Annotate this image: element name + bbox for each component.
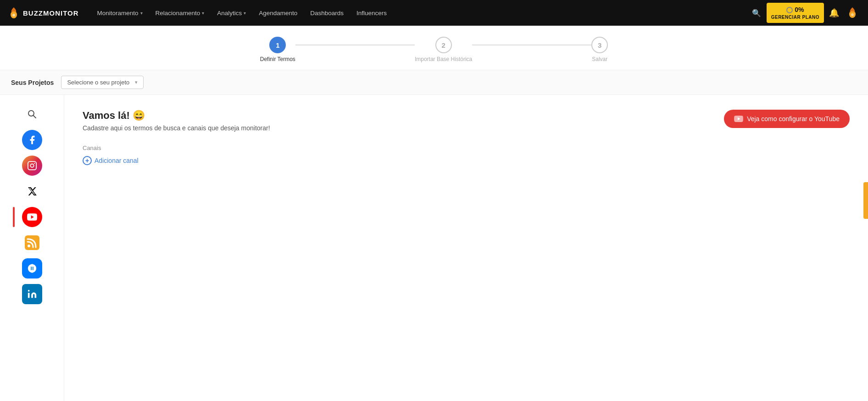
sidebar-item-appstore[interactable] [22, 258, 42, 278]
manage-plan-button[interactable]: 0% GERENCIAR PLANO [767, 3, 824, 22]
logo-icon [7, 6, 20, 19]
step-1-circle: 1 [269, 37, 286, 53]
main-layout: Vamos lá! 😄 Cadastre aqui os termos de b… [0, 95, 868, 401]
step-3: 3 Salvar [591, 37, 608, 62]
stepper-inner: 1 Definir Termos 2 Importar Base Históri… [260, 37, 608, 62]
plan-percentage: 0% [771, 6, 819, 14]
svg-rect-6 [28, 162, 36, 170]
sidebar-item-facebook[interactable] [22, 130, 42, 150]
instagram-icon [22, 156, 42, 176]
linkedin-icon [22, 284, 42, 304]
svg-point-11 [28, 245, 30, 247]
navbar-actions: 🔍 0% GERENCIAR PLANO 🔔 [748, 3, 861, 22]
active-indicator [13, 207, 15, 227]
rss-icon [22, 233, 42, 253]
step-2-circle: 2 [435, 37, 452, 53]
twitter-x-icon [22, 181, 42, 201]
chevron-down-icon: ▾ [140, 11, 143, 16]
youtube-config-label: Veja como configurar o YouTube [747, 115, 840, 123]
nav-menu: Monitoramento ▾ Relacionamento ▾ Analyti… [92, 6, 748, 20]
nav-agendamento[interactable]: Agendamento [253, 6, 303, 20]
sidebar-item-twitter[interactable] [22, 181, 42, 201]
stepper: 1 Definir Termos 2 Importar Base Históri… [0, 26, 868, 70]
project-bar-label: Seus Projetos [11, 79, 54, 86]
nav-analytics[interactable]: Analytics ▾ [211, 6, 251, 20]
nav-influencers[interactable]: Influencers [351, 6, 392, 20]
step-line-1 [295, 45, 415, 45]
facebook-icon [22, 130, 42, 150]
brand-name: BUZZMONITOR [23, 9, 79, 17]
youtube-config-button[interactable]: Veja como configurar o YouTube [724, 110, 850, 128]
svg-point-8 [33, 163, 34, 164]
chevron-down-icon: ▾ [244, 11, 246, 16]
step-2-label: Importar Base Histórica [415, 56, 472, 62]
logo[interactable]: BUZZMONITOR [7, 6, 79, 19]
step-3-circle: 3 [591, 37, 608, 53]
svg-line-5 [33, 116, 36, 118]
nav-relacionamento[interactable]: Relacionamento ▾ [150, 6, 210, 20]
chevron-down-icon: ▾ [202, 11, 204, 16]
nav-monitoramento[interactable]: Monitoramento ▾ [92, 6, 148, 20]
project-select-text: Selecione o seu projeto [67, 79, 129, 86]
sidebar-item-linkedin[interactable] [22, 284, 42, 304]
appstore-icon [22, 258, 42, 278]
sidebar [0, 95, 64, 401]
svg-point-13 [28, 290, 29, 292]
sidebar-item-instagram[interactable] [22, 156, 42, 176]
search-icon[interactable]: 🔍 [748, 5, 765, 21]
step-3-label: Salvar [592, 56, 607, 62]
sidebar-item-search[interactable] [22, 104, 42, 124]
youtube-icon [22, 207, 42, 227]
step-1: 1 Definir Termos [260, 37, 295, 62]
nav-dashboards[interactable]: Dashboards [305, 6, 349, 20]
plus-circle-icon: + [83, 156, 92, 165]
navbar: BUZZMONITOR Monitoramento ▾ Relacionamen… [0, 0, 868, 26]
step-line-2 [472, 45, 591, 45]
add-channel-button[interactable]: + Adicionar canal [83, 156, 850, 165]
svg-point-1 [12, 14, 15, 17]
user-avatar[interactable] [844, 5, 861, 21]
channels-label: Canais [83, 145, 850, 151]
plan-circle-icon [786, 7, 793, 13]
notifications-icon[interactable]: 🔔 [826, 5, 842, 21]
sidebar-item-rss[interactable] [22, 233, 42, 253]
avatar-svg [846, 6, 859, 19]
project-bar: Seus Projetos Selecione o seu projeto ▾ [0, 70, 868, 95]
youtube-logo-icon [734, 114, 743, 123]
step-1-label: Definir Termos [260, 56, 295, 62]
search-icon [22, 104, 42, 124]
right-edge-bar [863, 182, 868, 219]
svg-point-7 [30, 164, 33, 167]
chevron-down-icon: ▾ [135, 79, 138, 85]
project-select[interactable]: Selecione o seu projeto ▾ [61, 76, 144, 89]
svg-point-3 [851, 13, 854, 16]
step-2: 2 Importar Base Histórica [415, 37, 472, 62]
sidebar-item-youtube[interactable] [22, 207, 42, 227]
svg-rect-12 [28, 293, 29, 298]
add-channel-text: Adicionar canal [95, 157, 139, 164]
content-area: Vamos lá! 😄 Cadastre aqui os termos de b… [64, 95, 868, 401]
